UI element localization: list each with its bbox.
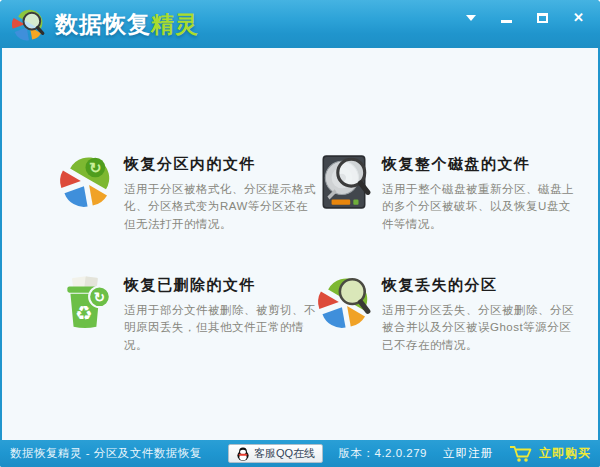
buy-link-label: 立即购买	[539, 445, 591, 462]
minimize-icon[interactable]	[501, 12, 512, 24]
app-logo-icon	[9, 7, 47, 43]
option-description: 适用于整个磁盘被重新分区、磁盘上的多个分区被破坏、以及恢复U盘文件等情况。	[382, 181, 574, 233]
option-recover-whole-disk-files[interactable]: 恢复整个磁盘的文件 适用于整个磁盘被重新分区、磁盘上的多个分区被破坏、以及恢复U…	[315, 153, 573, 233]
lost-partition-pie-magnifier-icon	[315, 274, 373, 332]
option-description: 适用于部分文件被删除、被剪切、不明原因丢失，但其他文件正常的情况。	[124, 302, 316, 354]
app-window: 数据恢复精灵 ✕ ↻ 恢复分区内的文件 适用于分区被格式化、分区提示格式化、分区…	[0, 0, 600, 467]
option-recover-lost-partition[interactable]: 恢复丢失的分区 适用于分区丢失、分区被删除、分区被合并以及分区被误Ghost等源…	[315, 274, 573, 354]
option-title[interactable]: 恢复整个磁盘的文件	[382, 155, 574, 174]
status-app-label: 数据恢复精灵 - 分区及文件数据恢复	[10, 446, 202, 461]
disk-magnifier-icon	[315, 153, 373, 211]
option-title[interactable]: 恢复分区内的文件	[124, 155, 316, 174]
option-recover-partition-files[interactable]: ↻ 恢复分区内的文件 适用于分区被格式化、分区提示格式化、分区格式变为RAW等分…	[57, 153, 315, 233]
title-bar: 数据恢复精灵 ✕	[0, 0, 600, 48]
recycle-bin-refresh-icon: ♻ ↻	[57, 274, 115, 332]
qq-button-label: 客服QQ在线	[254, 446, 315, 461]
status-right-cluster: 版本：4.2.0.279 立即注册 立即购买	[339, 440, 591, 467]
app-title-accent: 精灵	[151, 11, 199, 37]
svg-text:↻: ↻	[94, 290, 105, 305]
version-label: 版本：4.2.0.279	[339, 446, 427, 461]
main-content: ↻ 恢复分区内的文件 适用于分区被格式化、分区提示格式化、分区格式变为RAW等分…	[2, 48, 598, 440]
svg-text:♻: ♻	[75, 302, 93, 324]
partition-pie-refresh-icon: ↻	[57, 153, 115, 211]
close-icon[interactable]: ✕	[573, 12, 584, 24]
option-recover-deleted-files[interactable]: ♻ ↻ 恢复已删除的文件 适用于部分文件被删除、被剪切、不明原因丢失，但其他文件…	[57, 274, 315, 354]
window-controls: ✕	[466, 12, 584, 24]
option-description: 适用于分区被格式化、分区提示格式化、分区格式变为RAW等分区还在但无法打开的情况…	[124, 181, 316, 233]
menu-arrow-icon[interactable]	[466, 12, 476, 24]
app-title-main: 数据恢复	[55, 11, 151, 37]
status-bar: 数据恢复精灵 - 分区及文件数据恢复 客服QQ在线 版本：4.2.0.279 立…	[0, 440, 600, 467]
buy-link[interactable]: 立即购买	[509, 444, 591, 463]
register-link[interactable]: 立即注册	[443, 446, 493, 461]
maximize-icon[interactable]	[537, 12, 548, 24]
svg-text:↻: ↻	[89, 160, 101, 176]
app-title: 数据恢复精灵	[55, 9, 199, 40]
cart-icon	[509, 444, 533, 463]
qq-service-button[interactable]: 客服QQ在线	[228, 444, 323, 463]
option-title[interactable]: 恢复丢失的分区	[382, 276, 574, 295]
qq-penguin-icon	[236, 447, 250, 461]
option-title[interactable]: 恢复已删除的文件	[124, 276, 316, 295]
option-description: 适用于分区丢失、分区被删除、分区被合并以及分区被误Ghost等源分区已不存在的情…	[382, 302, 574, 354]
